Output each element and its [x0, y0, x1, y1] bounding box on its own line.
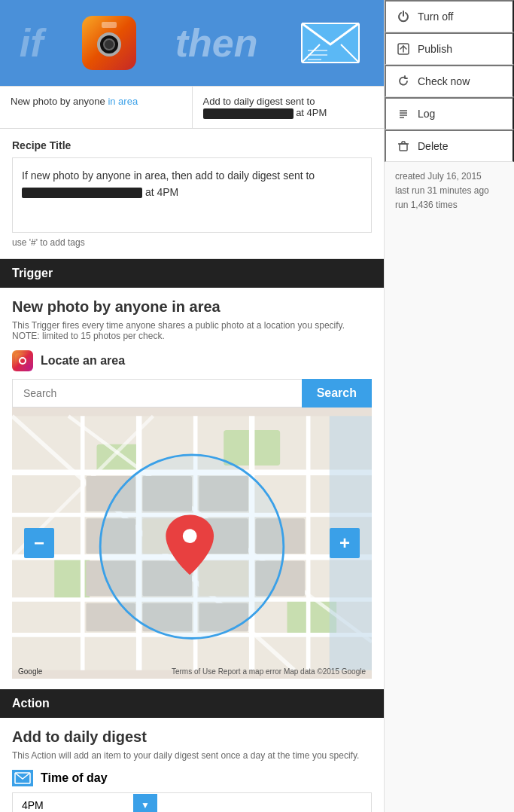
- created-date: created July 16, 2015: [395, 169, 503, 184]
- delete-button[interactable]: Delete: [385, 130, 514, 162]
- action-header: Action: [0, 689, 384, 718]
- map-search-input[interactable]: [12, 379, 302, 408]
- svg-rect-49: [400, 144, 407, 151]
- trigger-instagram-icon: [12, 350, 33, 371]
- publish-button[interactable]: Publish: [385, 32, 514, 65]
- action-section: Action Add to daily digest This Action w…: [0, 689, 384, 812]
- trigger-description: This Trigger fires every time anyone sha…: [12, 320, 372, 341]
- power-icon: [397, 10, 410, 23]
- map-search-row: Search: [12, 379, 372, 408]
- recipe-title-label: Recipe Title: [12, 139, 372, 151]
- last-run: last run 31 minutes ago: [395, 184, 503, 198]
- delete-label: Delete: [418, 140, 448, 152]
- refresh-icon: [397, 75, 410, 88]
- action-text: Add to daily digest sent to: [203, 96, 315, 107]
- redacted-email: [203, 108, 293, 119]
- recipe-body-suffix: at 4PM: [145, 186, 178, 198]
- trigger-header: Trigger: [0, 259, 384, 288]
- recipe-title-section: Recipe Title If new photo by anyone in a…: [0, 129, 384, 259]
- trigger-title: New photo by anyone in area: [12, 298, 372, 316]
- time-label: Time of day: [41, 771, 108, 785]
- trigger-cell: New photo by anyone in area: [0, 87, 193, 128]
- action-cell: Add to daily digest sent to at 4PM: [193, 87, 385, 128]
- locate-label: Locate an area: [41, 354, 125, 368]
- tag-hint: use '#' to add tags: [12, 237, 372, 248]
- redacted-email-body: [22, 188, 142, 198]
- action-content: Add to daily digest This Action will add…: [0, 718, 384, 812]
- svg-rect-10: [287, 600, 337, 635]
- time-select-arrow: ▼: [133, 794, 157, 812]
- run-times: run 1,436 times: [395, 198, 503, 212]
- trigger-content: New photo by anyone in area This Trigger…: [0, 288, 384, 689]
- map-search-button[interactable]: Search: [302, 379, 372, 408]
- check-now-button[interactable]: Check now: [385, 65, 514, 97]
- log-icon: [397, 107, 410, 121]
- recipe-body-text: If new photo by anyone in area, then add…: [22, 169, 315, 182]
- publish-label: Publish: [418, 43, 452, 55]
- map-svg: [12, 408, 372, 679]
- if-text: if: [20, 20, 44, 66]
- publish-icon: [397, 42, 410, 56]
- time-row: Time of day: [12, 770, 372, 786]
- map-zoom-plus[interactable]: +: [330, 528, 360, 558]
- time-select-container[interactable]: 4PM 8AM 12PM 8PM ▼: [12, 792, 372, 812]
- trigger-section: Trigger New photo by anyone in area This…: [0, 259, 384, 689]
- recipe-title-textarea[interactable]: If new photo by anyone in area, then add…: [12, 157, 372, 233]
- map-zoom-minus[interactable]: −: [24, 528, 54, 558]
- map-footer-left: Google: [18, 667, 42, 676]
- trash-icon: [397, 139, 410, 153]
- check-now-label: Check now: [418, 75, 470, 87]
- turn-off-button[interactable]: Turn off: [385, 0, 514, 32]
- map-footer-right: Terms of Use Report a map error Map data…: [172, 667, 366, 676]
- action-email-icon: [12, 770, 33, 786]
- time-select[interactable]: 4PM 8AM 12PM 8PM: [13, 793, 133, 812]
- trigger-action-row: New photo by anyone in area Add to daily…: [0, 86, 384, 129]
- turn-off-label: Turn off: [418, 11, 453, 23]
- map-container[interactable]: − + Google Terms of Use Report a map err…: [12, 408, 372, 679]
- action-description: This Action will add an item to your dai…: [12, 750, 372, 761]
- email-icon: [297, 17, 364, 69]
- instagram-icon: [82, 16, 136, 70]
- trigger-link[interactable]: in area: [108, 96, 138, 107]
- then-text: then: [175, 20, 258, 66]
- sidebar: Turn off Publish Check now: [384, 0, 514, 812]
- trigger-text: New photo by anyone: [11, 96, 105, 107]
- log-button[interactable]: Log: [385, 97, 514, 130]
- svg-point-41: [183, 529, 197, 543]
- locate-row: Locate an area: [12, 350, 372, 371]
- sidebar-meta: created July 16, 2015 last run 31 minute…: [385, 162, 514, 221]
- action-time: at 4PM: [296, 107, 327, 118]
- action-title: Add to daily digest: [12, 728, 372, 746]
- header-banner: if then: [0, 0, 384, 86]
- log-label: Log: [418, 108, 435, 120]
